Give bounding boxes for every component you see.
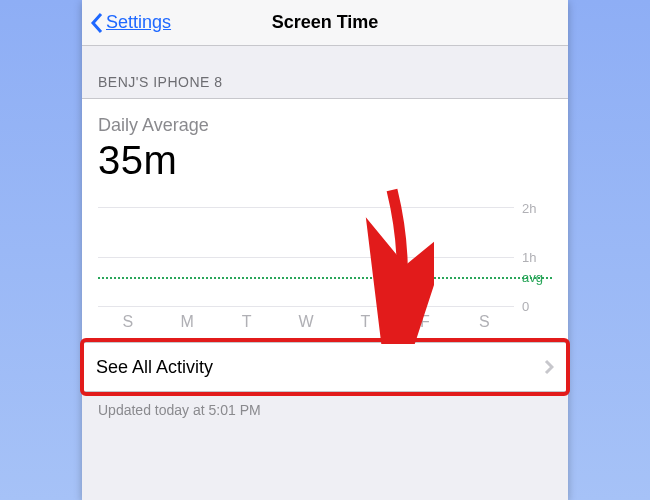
chart-xtick: S [455, 313, 514, 331]
updated-footer: Updated today at 5:01 PM [82, 392, 568, 428]
chevron-right-icon [544, 359, 554, 375]
see-all-activity-row[interactable]: See All Activity [82, 342, 568, 392]
back-button[interactable]: Settings [82, 12, 179, 34]
see-all-activity-label: See All Activity [96, 357, 213, 378]
chart-xtick: S [98, 313, 157, 331]
chevron-left-icon [90, 12, 104, 34]
screen-time-screen: Settings Screen Time BENJ'S IPHONE 8 Dai… [82, 0, 568, 500]
device-section-header: BENJ'S IPHONE 8 [82, 46, 568, 98]
chart-xtick: T [217, 313, 276, 331]
daily-average-card: Daily Average 35m avg 2h1h0 SMTWTFS [82, 98, 568, 342]
chart-ytick: 1h [518, 250, 552, 265]
avg-line [98, 277, 552, 279]
daily-average-label: Daily Average [98, 115, 552, 136]
chart-xtick: W [276, 313, 335, 331]
navbar: Settings Screen Time [82, 0, 568, 46]
chart-xtick: T [336, 313, 395, 331]
chart-xtick: F [395, 313, 454, 331]
usage-chart: avg 2h1h0 SMTWTFS [98, 207, 552, 337]
chart-xtick: M [157, 313, 216, 331]
chart-ytick: 0 [518, 299, 552, 314]
chart-ytick: 2h [518, 201, 552, 216]
chart-xaxis: SMTWTFS [98, 307, 514, 331]
daily-average-value: 35m [98, 138, 552, 183]
back-label: Settings [106, 12, 171, 33]
